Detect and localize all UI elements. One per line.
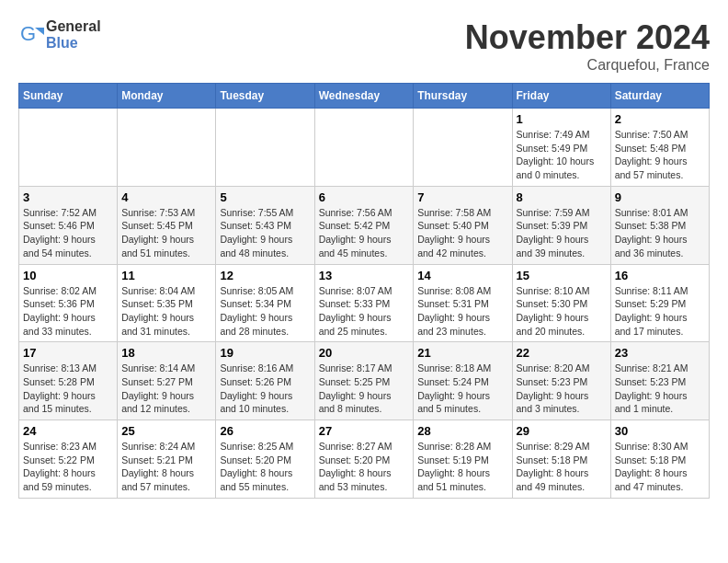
table-row: 28Sunrise: 8:28 AM Sunset: 5:19 PM Dayli…: [414, 420, 512, 499]
table-row: 24Sunrise: 8:23 AM Sunset: 5:22 PM Dayli…: [19, 420, 118, 499]
logo-blue: Blue: [46, 35, 78, 51]
cell-detail: Sunrise: 8:05 AM Sunset: 5:34 PM Dayligh…: [220, 284, 310, 339]
table-row: [19, 109, 118, 187]
day-number: 3: [23, 190, 113, 204]
svg-marker-2: [35, 28, 44, 35]
table-row: 30Sunrise: 8:30 AM Sunset: 5:18 PM Dayli…: [610, 420, 709, 499]
day-number: 28: [417, 424, 507, 438]
table-row: 14Sunrise: 8:08 AM Sunset: 5:31 PM Dayli…: [414, 264, 512, 342]
day-number: 29: [517, 424, 607, 438]
cell-detail: Sunrise: 8:23 AM Sunset: 5:22 PM Dayligh…: [23, 440, 113, 494]
calendar-week-row: 17Sunrise: 8:13 AM Sunset: 5:28 PM Dayli…: [19, 342, 710, 420]
table-row: 1Sunrise: 7:49 AM Sunset: 5:49 PM Daylig…: [512, 109, 610, 187]
table-row: 23Sunrise: 8:21 AM Sunset: 5:23 PM Dayli…: [610, 342, 709, 420]
table-row: 5Sunrise: 7:55 AM Sunset: 5:43 PM Daylig…: [216, 186, 314, 264]
calendar-week-row: 24Sunrise: 8:23 AM Sunset: 5:22 PM Dayli…: [19, 420, 710, 499]
cell-detail: Sunrise: 7:52 AM Sunset: 5:46 PM Dayligh…: [23, 206, 113, 260]
table-row: 17Sunrise: 8:13 AM Sunset: 5:28 PM Dayli…: [19, 342, 118, 420]
day-number: 27: [319, 424, 410, 438]
table-row: 25Sunrise: 8:24 AM Sunset: 5:21 PM Dayli…: [118, 420, 216, 499]
cell-detail: Sunrise: 7:53 AM Sunset: 5:45 PM Dayligh…: [121, 206, 211, 260]
cell-detail: Sunrise: 8:18 AM Sunset: 5:24 PM Dayligh…: [417, 362, 507, 416]
day-number: 18: [121, 346, 211, 360]
cell-detail: Sunrise: 8:24 AM Sunset: 5:21 PM Dayligh…: [121, 440, 211, 494]
table-row: 16Sunrise: 8:11 AM Sunset: 5:29 PM Dayli…: [610, 264, 709, 342]
logo: G General Blue: [18, 18, 101, 52]
day-number: 24: [23, 424, 113, 438]
header-monday: Monday: [118, 84, 216, 109]
table-row: [414, 109, 512, 187]
table-row: 26Sunrise: 8:25 AM Sunset: 5:20 PM Dayli…: [216, 420, 314, 499]
table-row: 8Sunrise: 7:59 AM Sunset: 5:39 PM Daylig…: [512, 186, 610, 264]
cell-detail: Sunrise: 7:55 AM Sunset: 5:43 PM Dayligh…: [220, 206, 310, 260]
day-number: 16: [615, 269, 705, 282]
cell-detail: Sunrise: 8:30 AM Sunset: 5:18 PM Dayligh…: [615, 440, 705, 494]
table-row: 4Sunrise: 7:53 AM Sunset: 5:45 PM Daylig…: [118, 186, 216, 264]
cell-detail: Sunrise: 7:49 AM Sunset: 5:49 PM Dayligh…: [517, 128, 607, 182]
cell-detail: Sunrise: 7:58 AM Sunset: 5:40 PM Dayligh…: [417, 206, 507, 260]
table-row: 11Sunrise: 8:04 AM Sunset: 5:35 PM Dayli…: [118, 264, 216, 342]
logo-general: General: [46, 18, 101, 34]
day-number: 14: [417, 269, 507, 282]
day-number: 11: [121, 269, 211, 282]
header-sunday: Sunday: [19, 84, 118, 109]
day-number: 26: [220, 424, 310, 438]
header-tuesday: Tuesday: [216, 84, 314, 109]
cell-detail: Sunrise: 8:17 AM Sunset: 5:25 PM Dayligh…: [319, 362, 410, 416]
day-number: 19: [220, 346, 310, 360]
cell-detail: Sunrise: 8:11 AM Sunset: 5:29 PM Dayligh…: [615, 284, 705, 339]
table-row: 9Sunrise: 8:01 AM Sunset: 5:38 PM Daylig…: [610, 186, 709, 264]
cell-detail: Sunrise: 7:56 AM Sunset: 5:42 PM Dayligh…: [319, 206, 410, 260]
cell-detail: Sunrise: 8:08 AM Sunset: 5:31 PM Dayligh…: [417, 284, 507, 339]
table-row: 29Sunrise: 8:29 AM Sunset: 5:18 PM Dayli…: [512, 420, 610, 499]
day-number: 23: [615, 346, 705, 360]
day-number: 17: [23, 346, 113, 360]
cell-detail: Sunrise: 8:20 AM Sunset: 5:23 PM Dayligh…: [517, 362, 607, 416]
cell-detail: Sunrise: 8:07 AM Sunset: 5:33 PM Dayligh…: [319, 284, 410, 339]
day-number: 12: [220, 269, 310, 282]
table-row: 3Sunrise: 7:52 AM Sunset: 5:46 PM Daylig…: [19, 186, 118, 264]
svg-text:G: G: [20, 22, 36, 45]
cell-detail: Sunrise: 8:27 AM Sunset: 5:20 PM Dayligh…: [319, 440, 410, 494]
cell-detail: Sunrise: 8:29 AM Sunset: 5:18 PM Dayligh…: [517, 440, 607, 494]
month-title: November 2024: [465, 18, 710, 57]
title-area: November 2024 Carquefou, France: [465, 18, 710, 74]
weekday-header-row: Sunday Monday Tuesday Wednesday Thursday…: [19, 84, 710, 109]
calendar-week-row: 10Sunrise: 8:02 AM Sunset: 5:36 PM Dayli…: [19, 264, 710, 342]
table-row: 19Sunrise: 8:16 AM Sunset: 5:26 PM Dayli…: [216, 342, 314, 420]
cell-detail: Sunrise: 8:01 AM Sunset: 5:38 PM Dayligh…: [615, 206, 705, 260]
cell-detail: Sunrise: 8:02 AM Sunset: 5:36 PM Dayligh…: [23, 284, 113, 339]
table-row: 2Sunrise: 7:50 AM Sunset: 5:48 PM Daylig…: [610, 109, 709, 187]
table-row: 6Sunrise: 7:56 AM Sunset: 5:42 PM Daylig…: [314, 186, 414, 264]
calendar-table: Sunday Monday Tuesday Wednesday Thursday…: [18, 83, 710, 499]
header-wednesday: Wednesday: [314, 84, 414, 109]
day-number: 15: [517, 269, 607, 282]
cell-detail: Sunrise: 8:04 AM Sunset: 5:35 PM Dayligh…: [121, 284, 211, 339]
day-number: 13: [319, 269, 410, 282]
cell-detail: Sunrise: 8:10 AM Sunset: 5:30 PM Dayligh…: [517, 284, 607, 339]
table-row: [216, 109, 314, 187]
table-row: 13Sunrise: 8:07 AM Sunset: 5:33 PM Dayli…: [314, 264, 414, 342]
day-number: 20: [319, 346, 410, 360]
table-row: [118, 109, 216, 187]
table-row: 18Sunrise: 8:14 AM Sunset: 5:27 PM Dayli…: [118, 342, 216, 420]
day-number: 1: [517, 112, 607, 126]
day-number: 21: [417, 346, 507, 360]
day-number: 9: [615, 190, 705, 204]
cell-detail: Sunrise: 8:16 AM Sunset: 5:26 PM Dayligh…: [220, 362, 310, 416]
day-number: 7: [417, 190, 507, 204]
cell-detail: Sunrise: 8:14 AM Sunset: 5:27 PM Dayligh…: [121, 362, 211, 416]
header-friday: Friday: [512, 84, 610, 109]
header-thursday: Thursday: [414, 84, 512, 109]
table-row: 21Sunrise: 8:18 AM Sunset: 5:24 PM Dayli…: [414, 342, 512, 420]
cell-detail: Sunrise: 8:25 AM Sunset: 5:20 PM Dayligh…: [220, 440, 310, 494]
table-row: 20Sunrise: 8:17 AM Sunset: 5:25 PM Dayli…: [314, 342, 414, 420]
day-number: 6: [319, 190, 410, 204]
table-row: [314, 109, 414, 187]
location-title: Carquefou, France: [465, 57, 710, 74]
table-row: 15Sunrise: 8:10 AM Sunset: 5:30 PM Dayli…: [512, 264, 610, 342]
day-number: 22: [517, 346, 607, 360]
day-number: 10: [23, 269, 113, 282]
header-saturday: Saturday: [610, 84, 709, 109]
table-row: 10Sunrise: 8:02 AM Sunset: 5:36 PM Dayli…: [19, 264, 118, 342]
